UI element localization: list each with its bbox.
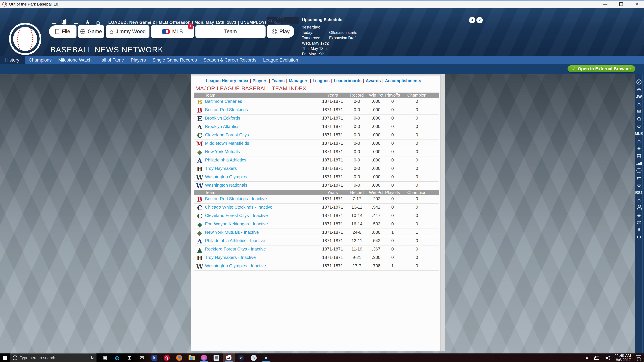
report-panel: League History Index|Players|Teams|Manag… [191, 74, 445, 351]
team-link[interactable]: Philadelphia Athletics [205, 157, 319, 163]
team-link[interactable]: Middletown Mansfields [205, 141, 319, 146]
schedule-scroll-up-button[interactable]: ∧ [469, 17, 476, 23]
team-link[interactable]: Chicago White Stockings - Inactive [205, 205, 319, 210]
league-ballpark-icon[interactable]: ◈ [635, 145, 643, 152]
league-stats-icon[interactable]: ▂▅▇ [635, 159, 643, 167]
league-news-icon[interactable]: ▤ [635, 152, 643, 159]
store-taskbar-button[interactable]: ⊞ [123, 354, 136, 362]
manager-home-icon[interactable]: ⌂ [635, 100, 643, 108]
record-cell: 11-19 [346, 247, 368, 252]
finances-icon[interactable]: $ [635, 226, 643, 233]
bookmark-star-icon[interactable]: ★ [85, 19, 90, 26]
link-teams[interactable]: Teams [272, 78, 284, 83]
team-link[interactable]: Baltimore Canaries [205, 99, 319, 104]
tab-milestone-watch[interactable]: Milestone Watch [55, 56, 95, 64]
team-link[interactable]: Washington Olympics [205, 174, 319, 179]
link-accomplishments[interactable]: Accomplishments [385, 78, 421, 83]
global-search-input[interactable]: Global Search... [266, 16, 299, 24]
open-external-browser-button[interactable]: ✓ Open in External Browser [568, 65, 636, 72]
taskbar-search-input[interactable]: Type here to search [10, 354, 96, 362]
panel-scrollbar[interactable] [440, 74, 445, 351]
team-home-icon[interactable]: ⌂ [635, 196, 643, 204]
task-view-taskbar-button[interactable]: ▣ [98, 354, 111, 362]
itunes-taskbar-button[interactable]: ♪ [198, 354, 210, 362]
tab-single-game-records[interactable]: Single Game Records [149, 56, 200, 64]
paint-taskbar-button[interactable]: ✎ [248, 354, 260, 362]
forward-icon[interactable]: → [72, 19, 79, 26]
link-league-history-index[interactable]: League History Index [206, 78, 248, 83]
notepad-taskbar-button[interactable]: ≣ [210, 354, 222, 362]
network-icon[interactable] [594, 356, 599, 360]
ootp-18-taskbar-button[interactable]: 18 [222, 354, 235, 362]
action-center-icon[interactable]: 1 [636, 356, 641, 360]
scores-icon[interactable] [635, 167, 643, 174]
link-leaderboards[interactable]: Leaderboards [334, 78, 362, 83]
play-button[interactable]: Play [267, 25, 294, 38]
link-leagues[interactable]: Leagues [312, 78, 330, 83]
team-ballpark-icon[interactable]: ◈ [635, 211, 643, 219]
website-icon[interactable]: ⊕ [635, 86, 643, 93]
team-settings-icon[interactable]: ⚙ [635, 233, 643, 241]
team-transactions-icon[interactable]: ⇄ [635, 219, 643, 226]
schedule-scroll-down-button[interactable]: ∨ [476, 17, 483, 23]
maximize-button[interactable] [618, 1, 624, 7]
team-link[interactable]: Cleveland Forest Citys [205, 132, 319, 137]
steam-taskbar-button[interactable]: ⊙ [235, 354, 248, 362]
minimize-button[interactable] [603, 1, 608, 7]
file-explorer-taskbar-button[interactable] [185, 354, 198, 362]
quicken-taskbar-button[interactable]: Q [160, 354, 173, 362]
team-link[interactable]: Washington Olympics - Inactive [205, 263, 319, 269]
microphone-icon[interactable] [90, 356, 94, 360]
mail-icon[interactable]: ✉ [635, 108, 643, 115]
team-link[interactable]: Troy Haymakers [205, 166, 319, 171]
league-settings-icon[interactable]: ⚙ [635, 182, 643, 189]
back-icon[interactable]: ← [50, 19, 57, 26]
team-link[interactable]: Boston Red Stockings - Inactive [205, 196, 319, 201]
team-link[interactable]: Troy Haymakers - Inactive [205, 255, 319, 260]
link-players[interactable]: Players [252, 78, 268, 83]
start-button[interactable] [0, 354, 10, 362]
years-cell: 1871-1871 [319, 157, 346, 163]
pages-icon[interactable] [63, 20, 67, 25]
team-link[interactable]: Fort Wayne Kekiongas - Inactive [205, 221, 319, 227]
mail-taskbar-button[interactable]: ✉ [136, 354, 148, 362]
league-home-icon[interactable]: ⌂ [635, 137, 643, 145]
manager-settings-icon[interactable]: ⚙ [635, 123, 643, 130]
tab-history[interactable]: History [0, 56, 25, 64]
tab-champions[interactable]: Champions [25, 56, 55, 64]
tab-season-career-records[interactable]: Season & Career Records [200, 56, 260, 64]
team-link[interactable]: Brooklyn Atlantics [205, 124, 319, 129]
column-header-record: Record [346, 93, 368, 98]
manager-button[interactable]: ⌂ Jimmy Wood [106, 25, 150, 38]
search-icon[interactable] [635, 115, 643, 123]
mlb-button[interactable]: MLB 1 [151, 25, 194, 38]
confirm-icon[interactable]: ✓ [635, 78, 643, 86]
team-button[interactable]: Team [196, 25, 266, 38]
volume-icon[interactable]: )) [604, 356, 610, 360]
hidden-icons-chevron-icon[interactable]: ∧ [585, 356, 589, 360]
tab-players[interactable]: Players [127, 56, 149, 64]
team-link[interactable]: New York Mutuals - Inactive [205, 230, 319, 235]
edge-taskbar-button[interactable]: e [111, 354, 123, 362]
team-manager-icon[interactable] [635, 204, 643, 211]
link-awards[interactable]: Awards [366, 78, 381, 83]
team-link[interactable]: Boston Red Stockings [205, 107, 319, 112]
tab-hall-of-fame[interactable]: Hall of Fame [95, 56, 127, 64]
link-managers[interactable]: Managers [289, 78, 308, 83]
kindle-taskbar-button[interactable]: k [148, 354, 160, 362]
team-link[interactable]: Washington Nationals [205, 183, 319, 188]
team-link[interactable]: Rockford Forest Citys - Inactive [205, 247, 319, 252]
emblem-taskbar-button[interactable]: ★ [260, 354, 272, 362]
transactions-icon[interactable]: ⇄ [635, 174, 643, 182]
home-icon[interactable]: ⌂ [96, 19, 100, 25]
team-link[interactable]: Brooklyn Eckfords [205, 115, 319, 121]
game-button[interactable]: Game [78, 25, 104, 38]
close-button[interactable]: × [634, 1, 640, 7]
team-link[interactable]: Philadelphia Athletics - Inactive [205, 238, 319, 243]
tab-league-evolution[interactable]: League Evolution [260, 56, 302, 64]
team-link[interactable]: Cleveland Forest Citys - Inactive [205, 213, 319, 218]
firefox-taskbar-button[interactable] [173, 354, 185, 362]
team-link[interactable]: New York Mutuals [205, 149, 319, 154]
clock[interactable]: 11:49 AM 8/6/2017 [615, 354, 631, 362]
file-button[interactable]: File [49, 25, 76, 38]
